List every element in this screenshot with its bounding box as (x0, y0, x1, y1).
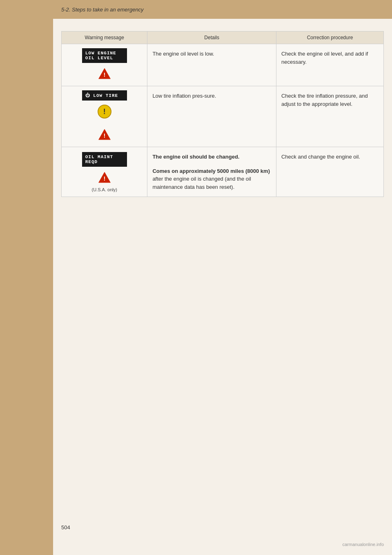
warning-cell-1: LOW ENGINE OIL LEVEL ! (62, 44, 147, 86)
col-details: Details (147, 31, 276, 44)
svg-text:!: ! (103, 175, 105, 182)
warning-display-3: OIL MAINT REQD (82, 152, 127, 167)
details-cell-3: The engine oil should be changed. Comes … (147, 147, 276, 197)
svg-text:!: ! (103, 72, 105, 78)
warning-cell-3: OIL MAINT REQD ! (U.S.A. only) (62, 147, 147, 197)
warning-display-1: LOW ENGINE OIL LEVEL (82, 48, 127, 63)
circle-icon: ! (65, 105, 144, 119)
left-sidebar (0, 0, 53, 555)
col-warning: Warning message (62, 31, 147, 44)
correction-text-2: Check the tire inflation pressure, and a… (281, 93, 368, 107)
details-text-1: The engine oil level is low. (152, 51, 214, 57)
details-cell-1: The engine oil level is low. (147, 44, 276, 86)
details-text-3c: after the engine oil is changed (and the… (152, 176, 251, 190)
triangle-icon-1: ! (98, 67, 111, 80)
table-row: ⏻ LOW TIRE ! ! (62, 86, 384, 147)
svg-text:!: ! (103, 132, 105, 139)
triangle-icon-2: ! (98, 128, 111, 141)
correction-text-1: Check the engine oil level, and add if n… (281, 51, 368, 65)
header-title: 5-2. Steps to take in an emergency (61, 7, 144, 13)
correction-cell-2: Check the tire inflation pressure, and a… (276, 86, 383, 147)
header-bar: 5-2. Steps to take in an emergency (53, 0, 392, 19)
watermark: carmanualonline.info (342, 542, 384, 547)
triangle-icon-3: ! (98, 171, 111, 184)
warning-display-2: ⏻ LOW TIRE (82, 90, 127, 101)
table-row: LOW ENGINE OIL LEVEL ! The engine o (62, 44, 384, 86)
main-content: 5-2. Steps to take in an emergency Warni… (53, 0, 392, 555)
col-correction: Correction procedure (276, 31, 383, 44)
details-cell-2: Low tire inflation pres-sure. (147, 86, 276, 147)
details-text-3a: The engine oil should be changed. (152, 154, 239, 160)
table-row: OIL MAINT REQD ! (U.S.A. only) (62, 147, 384, 197)
correction-cell-3: Check and change the engine oil. (276, 147, 383, 197)
warning-table: Warning message Details Correction proce… (61, 31, 384, 197)
details-text-2: Low tire inflation pres-sure. (152, 93, 216, 99)
page-number: 504 (61, 524, 70, 530)
correction-cell-1: Check the engine oil level, and add if n… (276, 44, 383, 86)
warning-cell-2: ⏻ LOW TIRE ! ! (62, 86, 147, 147)
details-text-3b: Comes on approximately 5000 miles (8000 … (152, 168, 270, 174)
correction-text-3: Check and change the engine oil. (281, 154, 360, 160)
usa-only-label: (U.S.A. only) (65, 187, 144, 192)
table-container: Warning message Details Correction proce… (61, 31, 384, 197)
